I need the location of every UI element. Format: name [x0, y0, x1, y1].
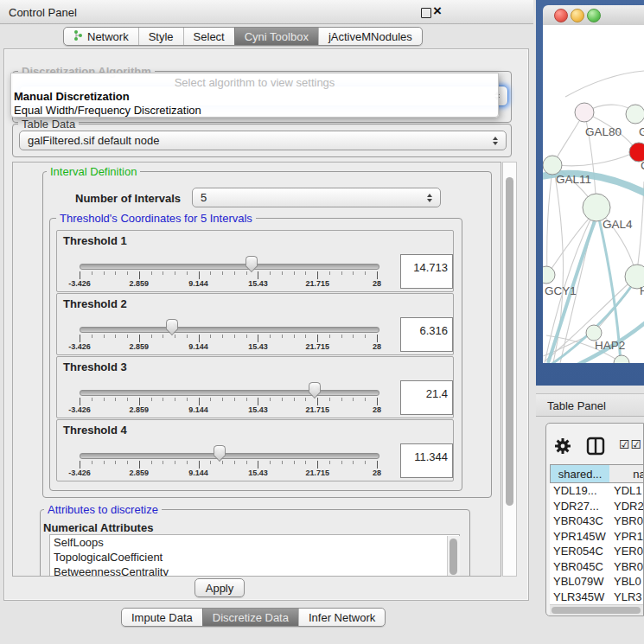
tab-style[interactable]: Style [138, 28, 183, 45]
tab-cyni-toolbox[interactable]: Cyni Toolbox [234, 28, 318, 45]
table-panel: ☑☑ shared... na YDL19...YDL1 YDR27...YDR… [545, 423, 644, 616]
table-horizontal-scrollbar[interactable] [550, 604, 643, 615]
table-row[interactable]: YBR043CYBR0 [550, 513, 644, 529]
thresholds-group: Threshold's Coordinates for 5 Intervals … [49, 218, 462, 491]
threshold-2-panel: Threshold 2 -3.426 2.859 9.144 15.43 21.… [56, 293, 454, 355]
column-header-name[interactable]: na [609, 464, 644, 483]
list-item[interactable]: TopologicalCoefficient [50, 550, 459, 564]
list-item[interactable]: BetweennessCentrality [50, 564, 459, 577]
attributes-group-title: Attributes to discretize [44, 503, 162, 516]
threshold-2-slider-thumb[interactable] [166, 319, 178, 335]
algorithm-option-manual[interactable]: Manual Discretization [11, 89, 498, 103]
threshold-3-slider-thumb[interactable] [309, 382, 321, 399]
thresholds-group-title: Threshold's Coordinates for 5 Intervals [56, 212, 256, 225]
tab-select[interactable]: Select [183, 28, 234, 45]
slider-ticks [80, 335, 379, 342]
table-row[interactable]: YBR045CYBR0 [550, 559, 644, 575]
tab-discretize-data[interactable]: Discretize Data [202, 609, 298, 626]
network-window-titlebar[interactable] [543, 5, 644, 26]
node-label: GCY1 [545, 284, 577, 297]
num-intervals-value: 5 [201, 191, 207, 204]
interval-definition-title: Interval Definition [47, 165, 140, 178]
table-panel-titlebar: Table Panel [536, 393, 644, 417]
gear-icon[interactable] [554, 437, 571, 457]
threshold-4-slider-track[interactable] [80, 453, 379, 459]
num-intervals-label: Number of Intervals [75, 192, 181, 205]
table-row[interactable]: YDL19...YDL1 [550, 483, 644, 499]
column-header-shared-name[interactable]: shared... [550, 464, 610, 483]
scrollbar-thumb[interactable] [506, 177, 513, 506]
table-row[interactable]: YDR27...YDR2 [550, 499, 644, 514]
split-columns-icon[interactable] [586, 437, 605, 458]
table-rows: YDL19...YDL1 YDR27...YDR2 YBR043CYBR0 YP… [550, 483, 644, 604]
node-gal80[interactable] [575, 103, 594, 122]
threshold-3-slider-track[interactable] [80, 390, 379, 396]
threshold-1-value-field[interactable]: 14.713 [400, 254, 453, 289]
tab-network-label: Network [87, 30, 129, 43]
network-graph: GAL80 GA C GAL11 GAL4 GCY1 HA HAP2 [543, 25, 644, 363]
table-row[interactable]: YLR345WYLR3 [550, 590, 644, 605]
threshold-3-value-field[interactable]: 21.4 [400, 380, 453, 415]
apply-button[interactable]: Apply [194, 578, 245, 597]
list-item[interactable]: SelfLoops [50, 535, 459, 550]
threshold-4-panel: Threshold 4 -3.426 2.859 9.144 15.43 21.… [56, 419, 454, 481]
node-bottom[interactable] [614, 355, 629, 363]
table-row[interactable]: YPR145WYPR1 [550, 529, 644, 545]
tab-jactivemnodules[interactable]: jActiveMNodules [318, 28, 422, 45]
node-top-right[interactable] [626, 105, 644, 124]
close-icon[interactable]: × [433, 3, 442, 20]
control-panel-title: Control Panel [9, 6, 77, 19]
node-label: HAP2 [595, 339, 625, 352]
scrollbar-thumb[interactable] [552, 607, 641, 614]
settings-scroll-viewport: Interval Definition Number of Intervals … [12, 162, 501, 577]
num-intervals-combobox[interactable]: 5 [192, 188, 441, 207]
threshold-1-slider-track[interactable] [80, 264, 379, 270]
minimize-traffic-light-icon[interactable] [571, 9, 584, 22]
node-label: GA [639, 125, 644, 138]
threshold-3-panel: Threshold 3 -3.426 2.859 9.144 15.43 21.… [56, 356, 454, 418]
table-data-combobox[interactable]: galFiltered.sif default node [19, 131, 507, 150]
close-traffic-light-icon[interactable] [554, 9, 568, 22]
list-scrollbar[interactable] [447, 536, 460, 577]
table-data-group-title: Table Data [18, 118, 79, 131]
node-label: C [641, 159, 644, 172]
tab-impute-data[interactable]: Impute Data [122, 609, 202, 626]
network-window: GAL80 GA C GAL11 GAL4 GCY1 HA HAP2 [536, 0, 644, 386]
network-icon [73, 29, 83, 44]
numerical-attributes-list: SelfLoops TopologicalCoefficient Between… [49, 534, 460, 577]
zoom-traffic-light-icon[interactable] [587, 9, 601, 22]
tab-network[interactable]: Network [64, 28, 138, 45]
node-label: HA [640, 284, 644, 297]
slider-ticks [80, 461, 379, 469]
bottom-tabbar: Impute Data Discretize Data Infer Networ… [121, 608, 386, 627]
combo-arrows-icon [427, 194, 432, 202]
settings-scrollbar[interactable] [502, 162, 517, 577]
algorithm-dropdown-popup: Select algorithm to view settings Manual… [10, 73, 499, 118]
algorithm-option-equal-width[interactable]: Equal Width/Frequency Discretization [11, 103, 498, 117]
node-gal11[interactable] [543, 156, 562, 175]
attributes-group: Attributes to discretize Numerical Attri… [40, 509, 470, 577]
tab-infer-network[interactable]: Infer Network [298, 609, 385, 626]
threshold-2-slider-track[interactable] [80, 327, 379, 333]
numerical-attributes-heading: Numerical Attributes [43, 521, 153, 534]
select-columns-icon[interactable]: ☑☑ [619, 437, 642, 451]
table-row[interactable]: YBL079WYBL0 [550, 574, 644, 590]
control-panel-titlebar: Control Panel × [0, 0, 533, 24]
threshold-4-slider-thumb[interactable] [214, 445, 226, 462]
combo-arrows-icon [493, 137, 498, 145]
table-panel-title: Table Panel [547, 399, 606, 412]
table-data-value: galFiltered.sif default node [28, 134, 159, 147]
threshold-2-value-field[interactable]: 6.316 [400, 317, 453, 352]
threshold-2-label: Threshold 2 [63, 297, 127, 310]
table-row[interactable]: YER054CYER0 [550, 544, 644, 559]
threshold-4-value-field[interactable]: 11.344 [400, 443, 453, 478]
threshold-3-label: Threshold 3 [63, 360, 127, 373]
float-window-icon[interactable] [421, 8, 431, 18]
threshold-1-slider-thumb[interactable] [245, 256, 258, 272]
node-label: GAL4 [603, 218, 633, 231]
network-canvas[interactable]: GAL80 GA C GAL11 GAL4 GCY1 HA HAP2 [543, 25, 644, 363]
threshold-1-panel: Threshold 1 -3.426 2.859 9.144 15.43 21.… [56, 230, 454, 292]
node-gcy1[interactable] [543, 266, 555, 284]
node-label: GAL11 [556, 173, 591, 186]
slider-ticks [80, 398, 379, 405]
